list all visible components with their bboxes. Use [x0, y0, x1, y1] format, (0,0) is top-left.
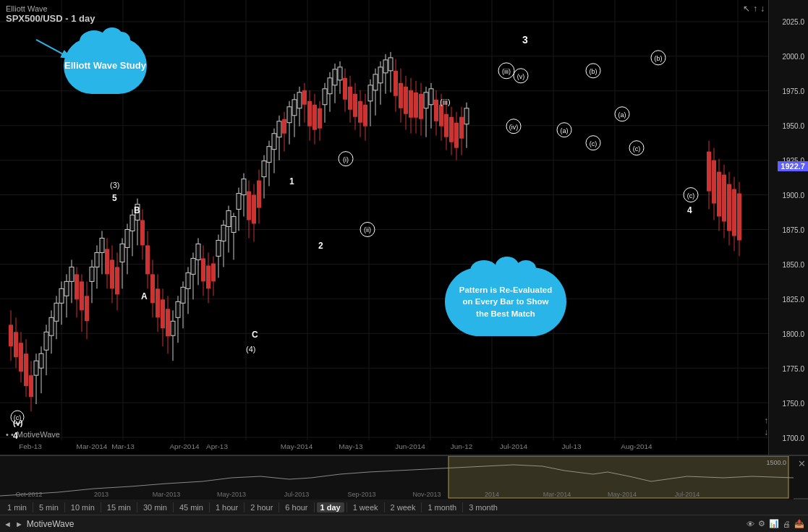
- tf-1week[interactable]: 1 week: [349, 502, 382, 512]
- svg-rect-93: [145, 245, 150, 274]
- svg-text:(a): (a): [618, 111, 626, 119]
- bottom-toolbar: ◄ ► MotiveWave 👁 ⚙ 📊 🖨 📤: [0, 515, 808, 532]
- arrow-up-icon[interactable]: ↑: [753, 4, 757, 14]
- svg-text:Jul-2014: Jul-2014: [675, 491, 700, 498]
- current-price-badge: 1922.7: [778, 161, 808, 171]
- svg-rect-71: [90, 267, 94, 281]
- svg-text:2014: 2014: [485, 491, 499, 498]
- motivewave-icon: MotiveWave: [27, 519, 75, 529]
- tf-15min[interactable]: 15 min: [103, 502, 135, 512]
- svg-text:Elliott Wave: Elliott Wave: [6, 4, 48, 13]
- svg-text:(ii): (ii): [364, 226, 371, 233]
- price-1850: 1850.0: [782, 261, 804, 269]
- svg-text:(iv): (iv): [509, 124, 518, 131]
- tf-30min[interactable]: 30 min: [140, 502, 171, 512]
- svg-text:(c): (c): [633, 145, 640, 153]
- svg-rect-137: [257, 181, 261, 208]
- svg-text:Apr-13: Apr-13: [206, 442, 228, 450]
- svg-rect-187: [383, 60, 388, 73]
- price-2000: 2000.0: [782, 53, 804, 61]
- print-icon[interactable]: 🖨: [783, 520, 791, 528]
- svg-rect-203: [424, 93, 428, 108]
- svg-rect-57: [54, 303, 59, 321]
- svg-rect-199: [414, 93, 418, 118]
- tf-2week[interactable]: 2 week: [387, 502, 420, 512]
- brand-name: MotiveWave: [17, 430, 60, 439]
- svg-text:(3): (3): [110, 181, 119, 189]
- navigator-close[interactable]: ✕: [798, 458, 806, 469]
- svg-text:Jun-12: Jun-12: [451, 442, 473, 450]
- svg-rect-109: [186, 273, 190, 288]
- svg-text:(c): (c): [14, 414, 21, 421]
- tf-5min[interactable]: 5 min: [35, 502, 62, 512]
- svg-text:1500.0: 1500.0: [766, 459, 786, 466]
- svg-rect-197: [409, 90, 413, 118]
- svg-rect-149: [287, 107, 292, 123]
- navigator-panel: Oct-2012 2013 Mar-2013 May-2013 Jul-2013…: [0, 455, 808, 499]
- svg-rect-123: [221, 226, 226, 241]
- svg-rect-227: [722, 175, 726, 222]
- tf-3month[interactable]: 3 month: [465, 502, 501, 512]
- tf-1day[interactable]: 1 day: [317, 502, 344, 512]
- svg-rect-105: [176, 301, 180, 317]
- top-right-icons[interactable]: ↖ ↑ ↓: [743, 4, 765, 14]
- nav-right-icon[interactable]: ►: [15, 520, 23, 528]
- tf-2hour[interactable]: 2 hour: [247, 502, 276, 512]
- price-1750: 1750.0: [782, 400, 804, 408]
- svg-text:1: 1: [289, 176, 294, 186]
- svg-rect-45: [24, 353, 28, 386]
- scroll-down-icon[interactable]: ↓: [764, 427, 768, 437]
- svg-rect-69: [85, 296, 89, 321]
- svg-rect-125: [226, 211, 231, 227]
- tf-1hour[interactable]: 1 hour: [212, 502, 242, 512]
- svg-rect-153: [297, 93, 302, 108]
- svg-rect-97: [156, 288, 160, 317]
- svg-rect-133: [247, 192, 251, 220]
- svg-rect-159: [312, 105, 317, 130]
- svg-rect-151: [292, 100, 297, 116]
- tf-1min[interactable]: 1 min: [4, 502, 30, 512]
- svg-text:(c): (c): [687, 192, 694, 200]
- svg-rect-207: [434, 100, 438, 121]
- tf-45min[interactable]: 45 min: [176, 502, 207, 512]
- svg-rect-169: [338, 67, 342, 80]
- tf-6hour[interactable]: 6 hour: [281, 502, 311, 512]
- price-1900: 1900.0: [782, 192, 804, 200]
- svg-text:A: A: [141, 291, 148, 301]
- arrow-down-icon[interactable]: ↓: [760, 4, 765, 14]
- svg-rect-131: [242, 179, 246, 195]
- svg-text:May-2014: May-2014: [281, 442, 313, 450]
- svg-rect-139: [262, 161, 266, 177]
- svg-rect-61: [64, 281, 69, 296]
- price-1950: 1950.0: [782, 122, 804, 130]
- svg-rect-113: [196, 244, 200, 259]
- svg-rect-49: [34, 361, 38, 375]
- svg-text:5: 5: [112, 193, 117, 203]
- svg-rect-217: [459, 117, 464, 139]
- svg-text:Apr-2014: Apr-2014: [169, 442, 200, 450]
- price-1800: 1800.0: [782, 330, 804, 338]
- svg-rect-79: [110, 259, 114, 288]
- export-icon[interactable]: 📤: [794, 519, 804, 528]
- svg-text:Mar-13: Mar-13: [111, 442, 135, 450]
- nav-left-icon[interactable]: ◄: [4, 520, 12, 528]
- settings-icon[interactable]: ⚙: [758, 519, 765, 528]
- eye-icon[interactable]: 👁: [747, 520, 754, 528]
- scroll-up-icon[interactable]: ↑: [764, 416, 768, 426]
- tf-10min[interactable]: 10 min: [67, 502, 98, 512]
- svg-rect-65: [75, 274, 79, 299]
- tf-1month[interactable]: 1 month: [424, 502, 460, 512]
- scroll-arrows[interactable]: ↑ ↓: [764, 416, 768, 437]
- svg-rect-43: [19, 343, 23, 372]
- chart-icon[interactable]: 📊: [769, 519, 779, 528]
- arrow-icon[interactable]: ↖: [743, 4, 750, 14]
- price-1975: 1975.0: [782, 87, 804, 95]
- svg-rect-183: [373, 74, 378, 90]
- svg-rect-103: [171, 321, 175, 335]
- svg-rect-155: [302, 90, 307, 105]
- svg-rect-55: [49, 317, 54, 335]
- main-chart: Feb-13 Mar-2014 Mar-13 Apr-2014 Apr-13 M…: [0, 0, 808, 455]
- svg-rect-209: [439, 105, 443, 126]
- svg-text:May-2014: May-2014: [608, 491, 637, 498]
- svg-text:Jul-13: Jul-13: [561, 442, 582, 450]
